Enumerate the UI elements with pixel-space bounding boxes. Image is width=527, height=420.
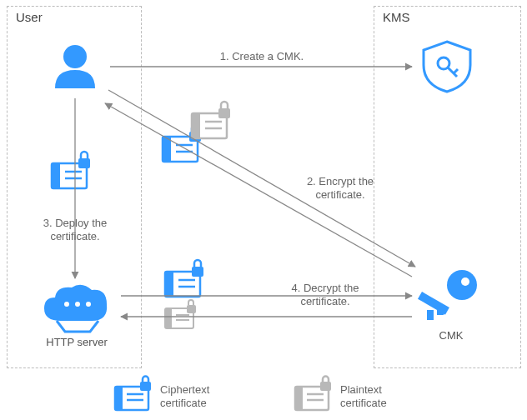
cmk-label: CMK [430, 329, 472, 342]
step3-label: 3. Deploy the certificate. [33, 217, 117, 244]
cmk-key-icon [418, 270, 477, 320]
legend-plain-label: Plaintext certificate [340, 383, 387, 411]
svg-point-4 [64, 302, 69, 307]
cipher-cert-step4-icon [165, 260, 203, 297]
svg-point-7 [447, 270, 477, 300]
legend-cipher-label: Ciphertext certificate [160, 383, 209, 411]
svg-rect-33 [165, 308, 172, 328]
step2-label: 2. Encrypt the certificate. [290, 175, 390, 202]
legend-plain-icon [295, 377, 331, 411]
http-server-icon [44, 285, 107, 332]
http-server-label: HTTP server [43, 336, 110, 348]
svg-rect-11 [437, 305, 444, 315]
user-icon [55, 45, 95, 88]
svg-rect-26 [218, 108, 230, 118]
svg-point-1 [438, 58, 449, 69]
svg-point-0 [63, 45, 87, 68]
svg-line-3 [454, 69, 458, 73]
svg-rect-36 [187, 305, 196, 313]
svg-rect-46 [320, 382, 331, 391]
svg-rect-13 [52, 163, 60, 188]
step1-label: 1. Create a CMK. [203, 50, 320, 63]
svg-point-6 [86, 302, 91, 307]
svg-point-8 [461, 278, 469, 286]
plain-cert-diag-icon [192, 102, 230, 138]
svg-rect-31 [192, 267, 203, 277]
svg-point-5 [75, 302, 80, 307]
plain-cert-step4-icon [165, 300, 196, 328]
svg-rect-28 [165, 272, 173, 297]
cipher-cert-vertical-icon [52, 152, 90, 188]
svg-rect-10 [427, 310, 434, 320]
svg-rect-41 [140, 382, 151, 391]
svg-rect-16 [78, 158, 90, 168]
step4-label: 4. Decrypt the certificate. [275, 282, 375, 309]
svg-rect-38 [115, 387, 123, 410]
svg-rect-43 [295, 387, 303, 410]
svg-rect-23 [192, 113, 200, 138]
shield-key-icon [424, 42, 470, 92]
legend-cipher-icon [115, 377, 151, 411]
